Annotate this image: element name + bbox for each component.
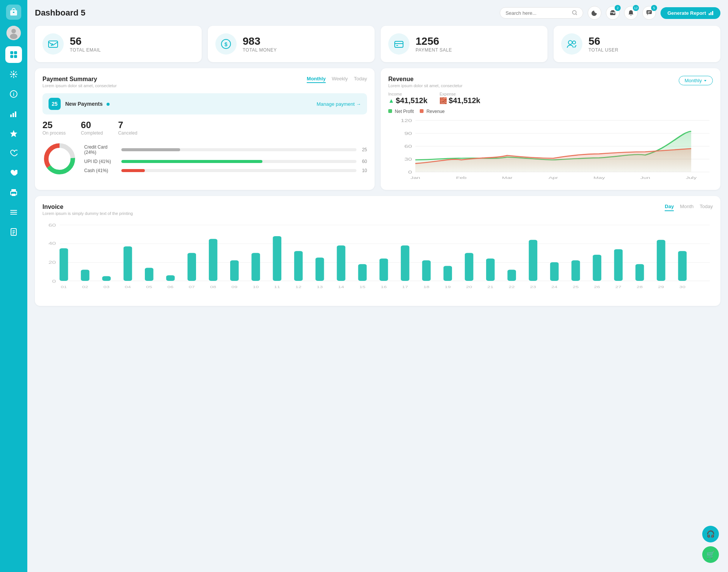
bar-17 xyxy=(401,246,410,281)
sidebar-logo[interactable] xyxy=(6,5,21,20)
moon-icon xyxy=(592,10,598,16)
invoice-tab-month[interactable]: Month xyxy=(680,204,693,211)
bar-30 xyxy=(678,251,687,281)
svg-point-26 xyxy=(573,11,576,14)
cart-button[interactable]: 🛒 xyxy=(702,546,719,563)
bar-24 xyxy=(550,262,559,281)
svg-text:28: 28 xyxy=(637,285,643,289)
sidebar-item-heart-filled[interactable] xyxy=(5,165,22,181)
svg-text:02: 02 xyxy=(82,285,88,289)
email-count: 56 xyxy=(70,35,101,47)
sidebar-item-settings[interactable] xyxy=(5,66,22,83)
svg-rect-20 xyxy=(10,212,17,213)
svg-point-4 xyxy=(10,34,17,39)
svg-text:25: 25 xyxy=(573,285,579,289)
revenue-subtitle: Lorem ipsum dolor sit amet, consectetur xyxy=(388,83,463,88)
sidebar-item-analytics[interactable] xyxy=(5,105,22,122)
svg-point-45 xyxy=(573,41,576,44)
sidebar-item-dashboard[interactable] xyxy=(5,46,22,63)
svg-text:90: 90 xyxy=(405,131,412,136)
svg-text:30: 30 xyxy=(405,157,412,161)
income-arrow-icon: ▲ xyxy=(388,97,394,104)
bar-23 xyxy=(529,240,538,281)
svg-rect-21 xyxy=(10,214,17,215)
svg-text:11: 11 xyxy=(274,285,280,289)
page-title: Dashboard 5 xyxy=(35,8,495,18)
search-icon xyxy=(572,10,577,16)
invoice-tab-today[interactable]: Today xyxy=(700,204,713,211)
svg-text:01: 01 xyxy=(61,285,67,289)
payment-stats-nums: 25 On process 60 Completed 7 Canceled xyxy=(42,120,367,136)
bar-25 xyxy=(571,260,580,281)
svg-text:14: 14 xyxy=(338,285,344,289)
bar-8 xyxy=(209,239,218,281)
wallet-btn[interactable]: 2 xyxy=(606,6,620,20)
bar-20 xyxy=(465,253,474,281)
search-input[interactable] xyxy=(505,10,569,16)
tab-weekly[interactable]: Weekly xyxy=(332,76,348,83)
revenue-chart: 120 90 60 30 0 xyxy=(388,116,713,182)
svg-text:12: 12 xyxy=(295,285,301,289)
bell-btn[interactable]: 12 xyxy=(624,6,638,20)
sidebar-item-heart-outline[interactable] xyxy=(5,145,22,161)
chevron-down-icon xyxy=(703,79,707,83)
invoice-chart: 60 40 20 0 01020304050607080910111213141… xyxy=(42,221,713,298)
svg-text:Jun: Jun xyxy=(640,176,650,180)
bar-9 xyxy=(230,260,239,281)
tab-today[interactable]: Today xyxy=(354,76,367,83)
svg-text:30: 30 xyxy=(679,285,686,289)
bar-19 xyxy=(444,266,452,281)
pbar-fill-upi xyxy=(121,160,262,163)
bar-21 xyxy=(486,259,495,281)
revenue-legend-item: Revenue xyxy=(420,109,444,114)
sidebar-item-star[interactable] xyxy=(5,125,22,142)
invoice-tab-day[interactable]: Day xyxy=(665,204,674,211)
svg-rect-5 xyxy=(10,51,13,54)
svg-point-9 xyxy=(13,73,15,75)
svg-text:0: 0 xyxy=(408,170,412,174)
theme-toggle-btn[interactable] xyxy=(588,6,601,20)
sidebar-item-info[interactable]: i xyxy=(5,86,22,102)
invoice-tabs: Day Month Today xyxy=(665,204,713,211)
svg-text:26: 26 xyxy=(594,285,600,289)
email-icon xyxy=(42,33,64,55)
money-label: TOTAL MONEY xyxy=(243,47,277,53)
search-bar[interactable] xyxy=(500,7,583,19)
bar-15 xyxy=(358,264,367,281)
svg-text:60: 60 xyxy=(49,223,56,227)
main-content: Dashboard 5 2 xyxy=(27,0,728,572)
svg-text:10: 10 xyxy=(253,285,259,289)
invoice-header: Invoice Lorem ipsum is simply dummy text… xyxy=(42,204,713,216)
revenue-monthly-btn[interactable]: Monthly xyxy=(679,76,713,85)
sidebar-item-list[interactable] xyxy=(5,204,22,221)
svg-text:40: 40 xyxy=(49,241,56,246)
bar-13 xyxy=(315,257,324,281)
svg-rect-29 xyxy=(611,10,614,12)
svg-line-27 xyxy=(576,14,577,15)
user-label: TOTAL USER xyxy=(588,47,618,53)
sidebar-item-document[interactable] xyxy=(5,224,22,240)
bell-icon xyxy=(628,10,634,16)
bar-10 xyxy=(251,253,260,281)
tab-monthly[interactable]: Monthly xyxy=(307,76,326,83)
support-button[interactable]: 🎧 xyxy=(702,526,719,542)
new-payments-count: 25 xyxy=(49,98,61,110)
svg-text:Mar: Mar xyxy=(502,176,513,180)
svg-text:08: 08 xyxy=(210,285,216,289)
chat-btn[interactable]: 5 xyxy=(642,6,656,20)
svg-text:0: 0 xyxy=(52,279,56,284)
svg-point-3 xyxy=(11,29,16,33)
svg-rect-8 xyxy=(14,55,17,58)
bar-3 xyxy=(102,276,111,281)
wallet-badge: 2 xyxy=(615,5,621,11)
net-profit-dot xyxy=(388,109,392,113)
svg-text:27: 27 xyxy=(615,285,621,289)
manage-payment-link[interactable]: Manage payment → xyxy=(317,101,361,107)
payment-icon xyxy=(388,33,410,55)
sidebar-item-print[interactable] xyxy=(5,184,22,201)
expense-icon: 🧱 xyxy=(439,97,447,104)
user-icon xyxy=(561,33,582,55)
generate-report-button[interactable]: Generate Report xyxy=(661,7,720,19)
sidebar: i xyxy=(0,0,27,572)
avatar[interactable] xyxy=(6,26,21,40)
